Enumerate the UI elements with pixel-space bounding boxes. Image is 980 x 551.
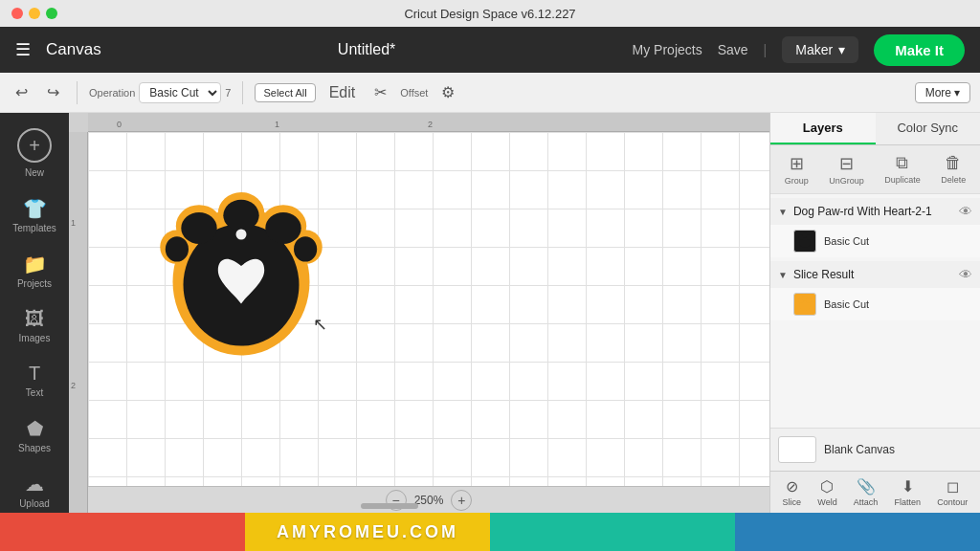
sidebar-item-upload[interactable]: ☁ Upload <box>0 465 69 517</box>
attach-tool[interactable]: 📎 Attach <box>854 477 879 507</box>
canvas-content: ↖ <box>88 132 769 486</box>
minimize-button[interactable] <box>29 8 40 19</box>
save-link[interactable]: Save <box>718 42 748 57</box>
delete-tool[interactable]: 🗑 Delete <box>941 153 966 186</box>
slice-tool[interactable]: ⊘ Slice <box>783 477 802 507</box>
ruler-mark-1: 1 <box>275 120 279 129</box>
ruler-mark-left-1: 1 <box>71 218 76 228</box>
my-projects-link[interactable]: My Projects <box>633 42 702 57</box>
svg-point-11 <box>294 236 317 261</box>
hamburger-icon[interactable]: ☰ <box>15 39 31 60</box>
layer-2-expand-icon: ▼ <box>778 270 788 280</box>
toolbar-divider-2 <box>242 81 243 104</box>
svg-point-16 <box>806 234 812 240</box>
title-bar: Cricut Design Space v6.12.227 <box>0 0 980 27</box>
sidebar-upload-label: Upload <box>19 498 50 509</box>
operation-label: Operation <box>89 87 135 99</box>
close-button[interactable] <box>11 8 23 19</box>
zoom-scrollbar[interactable] <box>361 503 418 509</box>
delete-icon: 🗑 <box>945 153 962 173</box>
blank-canvas-section[interactable]: Blank Canvas <box>770 428 980 471</box>
sidebar-shapes-label: Shapes <box>18 443 51 453</box>
attach-label: Attach <box>854 497 879 507</box>
contour-icon: ◻ <box>947 477 959 496</box>
flatten-tool[interactable]: ⬇ Flatten <box>895 477 922 507</box>
group-label: Group <box>785 176 809 186</box>
flatten-icon: ⬇ <box>902 477 914 496</box>
layer-group-1: ▼ Dog Paw-rd With Heart-2-1 👁 Basic Cut <box>770 198 980 257</box>
left-sidebar: + New 👕 Templates 📁 Projects 🖼 Images T … <box>0 113 69 513</box>
operation-select[interactable]: Basic Cut <box>139 82 221 103</box>
images-icon: 🖼 <box>25 308 44 330</box>
layer-1-visibility-icon[interactable]: 👁 <box>959 204 972 219</box>
undo-button[interactable]: ↩ <box>10 79 33 105</box>
footer-red-segment <box>0 513 245 551</box>
toolbar-divider-1 <box>77 81 78 104</box>
more-button[interactable]: More ▾ <box>915 82 970 103</box>
new-plus-icon[interactable]: + <box>17 128 52 163</box>
zoom-in-button[interactable]: + <box>451 490 472 511</box>
layer-group-2: ▼ Slice Result 👁 Basic Cut <box>770 261 980 320</box>
sidebar-item-shapes[interactable]: ⬟ Shapes <box>0 409 69 461</box>
more-label: More <box>925 86 951 99</box>
operation-group: Operation Basic Cut 7 <box>89 82 231 103</box>
svg-point-8 <box>223 200 258 231</box>
ruler-left: 1 2 <box>69 132 88 513</box>
ruler-top: 0 1 2 <box>88 113 769 132</box>
tab-color-sync[interactable]: Color Sync <box>876 113 981 144</box>
zoom-level: 250% <box>414 494 444 507</box>
select-all-button[interactable]: Select All <box>255 83 315 102</box>
top-nav: ☰ Canvas Untitled* My Projects Save | Ma… <box>0 27 980 73</box>
layer-1-item[interactable]: Basic Cut <box>770 225 980 257</box>
sidebar-new-label: New <box>25 167 44 178</box>
layer-group-2-header[interactable]: ▼ Slice Result 👁 <box>770 261 980 288</box>
svg-point-12 <box>236 230 247 240</box>
layer-1-thumb <box>793 230 816 253</box>
svg-point-20 <box>806 298 812 303</box>
ungroup-tool[interactable]: ⊟ UnGroup <box>829 153 864 186</box>
sidebar-item-projects[interactable]: 📁 Projects <box>0 245 69 297</box>
sidebar-projects-label: Projects <box>17 278 52 289</box>
footer-teal-segment <box>490 513 735 551</box>
layer-1-name: Dog Paw-rd With Heart-2-1 <box>793 205 953 218</box>
ruler-mark-0: 0 <box>117 120 122 129</box>
tab-layers[interactable]: Layers <box>770 113 876 144</box>
layer-2-name: Slice Result <box>793 268 953 281</box>
sidebar-item-text[interactable]: T Text <box>0 355 69 406</box>
weld-icon: ⬡ <box>820 477 834 496</box>
slice-label: Slice <box>783 497 802 507</box>
svg-point-7 <box>181 212 216 244</box>
maker-chevron-icon: ▾ <box>838 42 845 57</box>
contour-tool[interactable]: ◻ Contour <box>937 477 968 507</box>
footer-yellow-segment: AMYROMEU.COM <box>245 513 490 551</box>
nav-separator: | <box>764 42 768 57</box>
edit-button[interactable]: Edit <box>323 80 362 105</box>
weld-tool[interactable]: ⬡ Weld <box>817 477 836 507</box>
redo-button[interactable]: ↪ <box>41 79 65 105</box>
footer-bar: AMYROMEU.COM <box>0 513 980 551</box>
offset-button[interactable]: ⚙ <box>435 79 460 105</box>
templates-icon: 👕 <box>23 197 47 220</box>
blank-canvas-label: Blank Canvas <box>824 443 895 456</box>
scissors-icon[interactable]: ✂ <box>368 79 392 105</box>
sidebar-item-images[interactable]: 🖼 Images <box>0 300 69 351</box>
paw-design[interactable] <box>136 161 346 371</box>
make-it-button[interactable]: Make It <box>874 34 965 66</box>
panel-toolbar: ⊞ Group ⊟ UnGroup ⧉ Duplicate 🗑 Delete <box>770 145 980 194</box>
right-panel: Layers Color Sync ⊞ Group ⊟ UnGroup ⧉ Du… <box>769 113 980 513</box>
canvas-area[interactable]: 0 1 2 1 2 <box>69 113 769 513</box>
layer-group-1-header[interactable]: ▼ Dog Paw-rd With Heart-2-1 👁 <box>770 198 980 225</box>
toolbar: ↩ ↪ Operation Basic Cut 7 Select All Edi… <box>0 73 980 113</box>
main-layout: + New 👕 Templates 📁 Projects 🖼 Images T … <box>0 113 980 513</box>
duplicate-tool[interactable]: ⧉ Duplicate <box>884 153 921 186</box>
canvas-grid[interactable]: ↖ <box>88 132 769 486</box>
sidebar-item-new[interactable]: + New <box>0 121 69 186</box>
duplicate-icon: ⧉ <box>896 153 908 173</box>
maker-button[interactable]: Maker ▾ <box>782 36 858 63</box>
group-tool[interactable]: ⊞ Group <box>785 153 809 186</box>
traffic-lights <box>11 8 57 19</box>
sidebar-item-templates[interactable]: 👕 Templates <box>0 189 69 241</box>
layer-2-item[interactable]: Basic Cut <box>770 288 980 320</box>
maximize-button[interactable] <box>46 8 57 19</box>
layer-2-visibility-icon[interactable]: 👁 <box>959 267 972 282</box>
